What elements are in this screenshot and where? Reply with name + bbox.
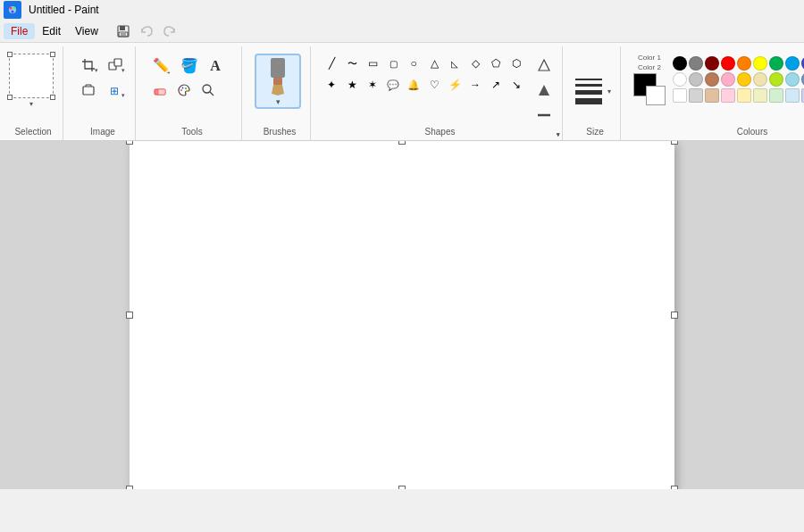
shape-line[interactable]: ╱	[322, 54, 341, 73]
color-red[interactable]	[721, 56, 735, 71]
handle-tm[interactable]	[398, 141, 406, 145]
menu-view[interactable]: View	[68, 23, 105, 39]
colorpicker-btn[interactable]	[172, 79, 196, 102]
svg-line-20	[210, 92, 214, 96]
handle-mr[interactable]	[671, 312, 678, 319]
color-tan[interactable]	[705, 88, 719, 103]
stroke-size-2[interactable]	[575, 84, 602, 87]
color-blue[interactable]	[785, 56, 800, 71]
color-white2[interactable]	[673, 88, 687, 103]
shapes-label: Shapes	[318, 127, 562, 137]
image-label: Image	[71, 127, 135, 137]
brush-dropdown[interactable]: ▾	[276, 97, 281, 106]
color-skyblue[interactable]	[785, 88, 800, 103]
image-copy-btn[interactable]: ⊞	[103, 79, 128, 102]
shape-star4[interactable]: ✦	[322, 75, 341, 95]
select-all-btn[interactable]	[76, 79, 101, 102]
shape-rounded-rect[interactable]: ▢	[383, 54, 403, 73]
canvas-area[interactable]	[0, 141, 804, 489]
svg-point-16	[182, 87, 184, 89]
menu-file[interactable]: File	[4, 23, 35, 39]
color-lightyellow[interactable]	[737, 88, 751, 103]
color-pink[interactable]	[721, 72, 735, 87]
selection-dropdown[interactable]: ▾	[29, 100, 33, 108]
color-lightgray[interactable]	[689, 72, 703, 87]
svg-rect-11	[83, 87, 94, 95]
color-blush[interactable]	[721, 88, 735, 103]
handle-bm[interactable]	[398, 486, 406, 489]
fill-shape-btn[interactable]	[532, 79, 557, 102]
size-label: Size	[570, 127, 620, 137]
shape-rounded-callout[interactable]: 🔔	[404, 75, 423, 95]
color-lightblue[interactable]	[785, 72, 800, 87]
handle-ml[interactable]	[126, 312, 133, 319]
color-green[interactable]	[769, 56, 783, 71]
color-white[interactable]	[673, 72, 687, 87]
shape-hexagon[interactable]: ⬡	[507, 54, 526, 73]
size-dropdown-btn[interactable]: ▾	[607, 87, 611, 96]
stroke-size-3[interactable]	[575, 90, 602, 95]
ribbon-group-size: ▾ Size	[570, 46, 621, 140]
color-palegreen[interactable]	[753, 88, 767, 103]
shape-star5[interactable]: ★	[342, 75, 362, 95]
brush-main-btn[interactable]: ▾	[255, 54, 301, 109]
shape-curve[interactable]: 〜	[342, 54, 362, 73]
undo-button[interactable]	[136, 21, 157, 41]
window-title: Untitled - Paint	[29, 4, 99, 16]
color-darkred[interactable]	[705, 56, 719, 71]
shapes-options	[532, 54, 557, 127]
color-orange[interactable]	[737, 56, 751, 71]
stroke-btn[interactable]	[532, 104, 557, 127]
color-gray[interactable]	[689, 56, 703, 71]
color-black[interactable]	[673, 56, 687, 71]
shape-callout[interactable]: 💬	[383, 75, 403, 95]
color-brown[interactable]	[705, 72, 719, 87]
text-btn[interactable]: A	[204, 54, 227, 78]
redo-button[interactable]	[159, 21, 180, 41]
shape-star6[interactable]: ✶	[363, 75, 382, 95]
shape-triangle[interactable]: △	[424, 54, 444, 73]
shape-arrow[interactable]: →	[465, 75, 485, 95]
color-mintgreen[interactable]	[769, 88, 783, 103]
svg-text:⊞: ⊞	[110, 85, 119, 97]
shape-lightning[interactable]: ⚡	[445, 75, 465, 95]
shape-heart[interactable]: ♡	[424, 75, 444, 95]
save-button[interactable]	[113, 21, 134, 41]
ribbon-group-selection: ▾ Selection	[4, 46, 63, 140]
color-lime[interactable]	[769, 72, 783, 87]
eraser-btn[interactable]	[148, 79, 172, 102]
stroke-size-1[interactable]	[575, 79, 602, 80]
selection-label: Selection	[4, 127, 63, 137]
svg-rect-14	[158, 89, 165, 95]
menu-edit[interactable]: Edit	[35, 23, 68, 39]
menubar: File Edit View	[0, 21, 105, 41]
color-selector[interactable]	[633, 73, 666, 105]
shape-pentagon[interactable]: ⬠	[486, 54, 506, 73]
shape-arrow3[interactable]: ↘	[507, 75, 526, 95]
stroke-size-4[interactable]	[575, 98, 602, 104]
background-color[interactable]	[646, 86, 666, 105]
crop-btn[interactable]	[76, 54, 101, 77]
shape-arrow2[interactable]: ↗	[486, 75, 506, 95]
handle-tr[interactable]	[671, 141, 678, 145]
color-gold[interactable]	[737, 72, 751, 87]
handle-br[interactable]	[671, 486, 678, 489]
color-cream[interactable]	[753, 72, 767, 87]
resize-btn[interactable]	[103, 54, 128, 77]
outline-btn[interactable]	[532, 54, 557, 77]
handle-bl[interactable]	[126, 486, 133, 489]
handle-tl[interactable]	[126, 141, 133, 145]
fill-btn[interactable]: 🪣	[176, 54, 203, 78]
pencil-btn[interactable]: ✏️	[148, 54, 175, 78]
shape-rect[interactable]: ▭	[363, 54, 382, 73]
shape-ellipse[interactable]: ○	[404, 54, 423, 73]
color-lightgray2[interactable]	[689, 88, 703, 103]
svg-point-18	[186, 90, 188, 92]
drawing-canvas[interactable]	[130, 141, 674, 489]
color-yellow[interactable]	[753, 56, 767, 71]
selection-rect-btn[interactable]	[9, 54, 54, 98]
shape-right-triangle[interactable]: ◺	[445, 54, 465, 73]
shape-diamond[interactable]: ◇	[465, 54, 485, 73]
brushes-label: Brushes	[249, 127, 310, 137]
magnifier-btn[interactable]	[197, 79, 220, 102]
